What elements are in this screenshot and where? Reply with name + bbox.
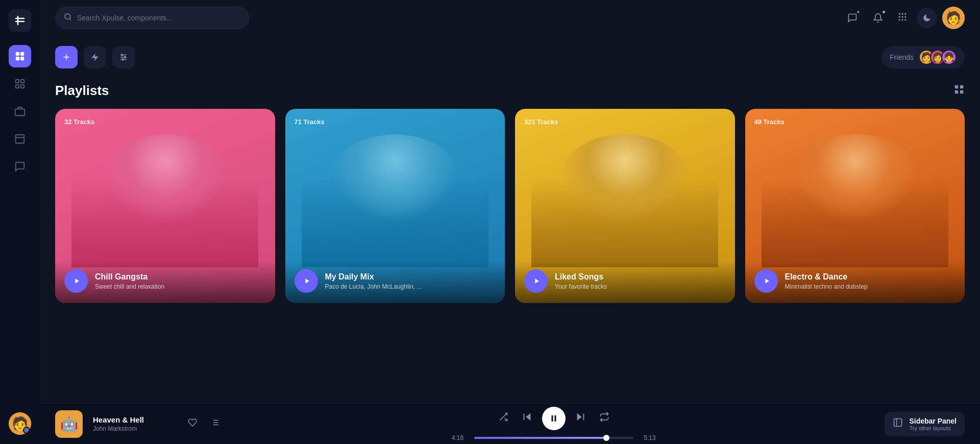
time-current: 4:18 (452, 434, 469, 441)
svg-rect-33 (960, 85, 963, 88)
next-button[interactable] (571, 409, 590, 427)
play-button-3[interactable] (524, 269, 548, 293)
player-bar: 🤖 Heaven & Hell John Markstrom (40, 403, 980, 444)
sidebar-panel-subtitle: Try other layouts (909, 425, 957, 431)
progress-bar[interactable] (474, 437, 633, 439)
svg-marker-44 (526, 413, 530, 421)
svg-point-17 (901, 13, 903, 14)
friends-avatars: 🧑 👩 👧 (919, 50, 957, 65)
grid-view-icon[interactable] (953, 84, 965, 98)
svg-point-16 (899, 13, 900, 14)
like-button[interactable] (185, 415, 200, 433)
friends-pill[interactable]: Friends 🧑 👩 👧 (881, 46, 965, 68)
svg-rect-11 (15, 109, 24, 115)
card-info-3: Liked Songs Your favorite tracks (555, 272, 726, 290)
player-buttons (494, 407, 614, 430)
svg-point-22 (899, 19, 900, 20)
card-info-1: Chill Gangsta Sweet chill and relaxation (95, 272, 266, 290)
svg-point-30 (125, 57, 126, 58)
playlist-card-electro[interactable]: 49 Tracks Electro & Dance Minimalist tec… (745, 109, 965, 303)
svg-rect-50 (894, 419, 902, 427)
svg-point-14 (65, 14, 70, 19)
bell-button[interactable] (868, 8, 888, 28)
card-bottom-2: My Daily Mix Paco de Lucia, John McLaugh… (285, 261, 505, 303)
pause-button[interactable] (542, 407, 566, 430)
player-thumbnail: 🤖 (55, 410, 83, 438)
svg-point-20 (901, 16, 903, 17)
topbar: 🧑 (40, 0, 980, 36)
card-bottom-4: Electro & Dance Minimalist techno and du… (745, 261, 965, 303)
sidebar-panel-icon (893, 417, 903, 430)
section-title: Playlists (55, 83, 109, 99)
card-bottom-3: Liked Songs Your favorite tracks (515, 261, 735, 303)
repeat-button[interactable] (595, 410, 614, 427)
svg-point-23 (901, 19, 903, 20)
search-input[interactable] (77, 14, 240, 22)
svg-marker-25 (91, 54, 99, 61)
section-header: Playlists (55, 83, 965, 99)
search-icon (64, 13, 72, 23)
mixer-button[interactable] (112, 46, 135, 68)
svg-rect-47 (554, 415, 556, 422)
svg-rect-6 (20, 57, 24, 60)
friends-label: Friends (890, 53, 914, 61)
apps-button[interactable] (893, 8, 912, 29)
user-avatar-sidebar[interactable]: 🧑 (9, 412, 31, 435)
playlist-card-chill-gangsta[interactable]: 32 Tracks Chill Gangsta Sweet chill and … (55, 109, 275, 303)
bolt-button[interactable] (84, 46, 106, 68)
svg-rect-8 (21, 80, 24, 83)
svg-rect-10 (21, 85, 24, 88)
card-title-3: Liked Songs (555, 272, 726, 282)
svg-rect-5 (16, 57, 19, 60)
progress-thumb (603, 435, 609, 441)
sidebar-panel-text: Sidebar Panel Try other layouts (909, 417, 957, 431)
sidebar-item-grid[interactable] (9, 73, 31, 95)
card-subtitle-4: Minimalist techno and dubstep (785, 283, 956, 290)
svg-point-24 (904, 19, 906, 20)
time-total: 5:13 (639, 434, 656, 441)
card-subtitle-1: Sweet chill and relaxation (95, 283, 266, 290)
search-bar[interactable] (55, 7, 249, 29)
shuffle-button[interactable] (494, 410, 512, 427)
svg-rect-32 (955, 85, 958, 88)
player-track-artist: John Markstrom (93, 425, 175, 432)
prev-button[interactable] (518, 409, 537, 427)
play-button-4[interactable] (754, 269, 778, 293)
player-controls: 4:18 5:13 (233, 407, 874, 441)
sidebar: 🧑 (0, 0, 40, 444)
player-track-title: Heaven & Hell (93, 415, 175, 424)
theme-toggle[interactable] (917, 8, 937, 28)
playlist-card-liked-songs[interactable]: 321 Tracks Liked Songs Your favorite tra… (515, 109, 735, 303)
card-title-2: My Daily Mix (325, 272, 496, 282)
svg-point-18 (904, 13, 906, 14)
sidebar-item-layers[interactable] (9, 128, 31, 150)
sidebar-item-dashboard[interactable] (9, 45, 31, 67)
card-title-4: Electro & Dance (785, 272, 956, 282)
playlist-toggle-button[interactable] (207, 415, 223, 433)
chat-button[interactable] (842, 8, 863, 28)
play-button-1[interactable] (64, 269, 88, 293)
svg-point-31 (122, 59, 124, 60)
content-area: + Friends 🧑 � (40, 36, 980, 403)
playlist-card-daily-mix[interactable]: 71 Tracks My Daily Mix Paco de Lucia, Jo… (285, 109, 505, 303)
svg-rect-7 (16, 80, 19, 83)
card-subtitle-3: Your favorite tracks (555, 283, 726, 290)
sidebar-panel-button[interactable]: Sidebar Panel Try other layouts (885, 412, 965, 436)
card-info-4: Electro & Dance Minimalist techno and du… (785, 272, 956, 290)
svg-rect-3 (16, 52, 19, 56)
play-button-2[interactable] (295, 269, 318, 293)
sidebar-item-notes[interactable] (9, 155, 31, 178)
svg-rect-12 (16, 135, 24, 144)
card-info-2: My Daily Mix Paco de Lucia, John McLaugh… (325, 272, 496, 290)
player-track-info: Heaven & Hell John Markstrom (93, 415, 175, 432)
svg-rect-34 (955, 90, 958, 94)
logo-button[interactable] (9, 9, 31, 32)
sidebar-item-briefcase[interactable] (9, 100, 31, 123)
progress-fill (474, 437, 606, 439)
user-avatar-topbar[interactable]: 🧑 (942, 7, 965, 29)
playlists-grid: 32 Tracks Chill Gangsta Sweet chill and … (55, 109, 965, 303)
add-button[interactable]: + (55, 46, 78, 68)
svg-rect-35 (960, 90, 963, 94)
svg-rect-9 (16, 85, 19, 88)
toolbar: + Friends 🧑 � (55, 46, 965, 68)
